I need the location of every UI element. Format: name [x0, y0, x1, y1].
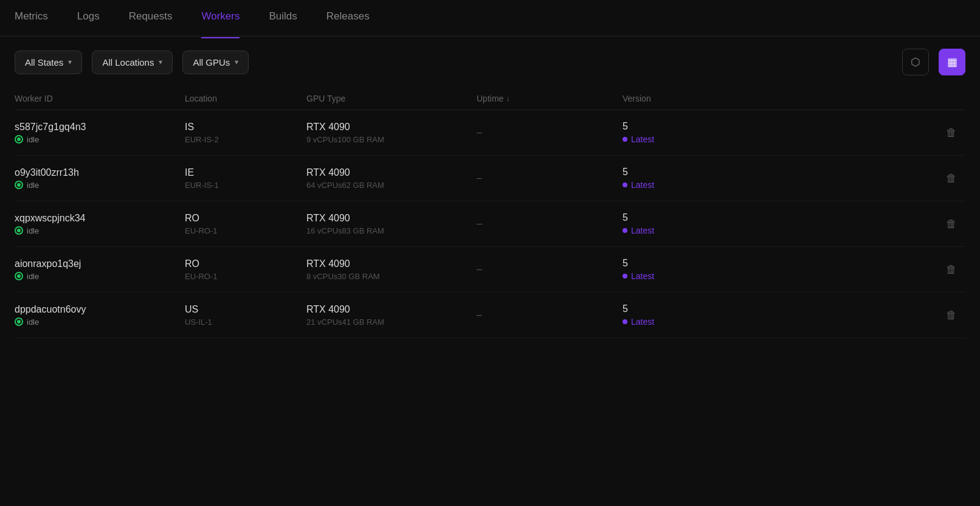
gpu-cell-0: RTX 4090 9 vCPUs100 GB RAM: [306, 122, 477, 144]
sort-arrow-uptime: ↓: [506, 94, 509, 103]
chevron-down-icon: ▾: [68, 58, 72, 66]
view-btn-hex-view[interactable]: ⬡: [902, 49, 929, 75]
version-badge-0: Latest: [623, 134, 744, 144]
uptime-cell-1: –: [477, 173, 623, 184]
col-header-actions: [744, 94, 965, 103]
worker-id-4: dppdacuotn6ovy: [15, 304, 185, 315]
delete-button-1[interactable]: 🗑: [942, 168, 961, 189]
status-dot-3: [15, 272, 23, 280]
nav-tab-logs[interactable]: Logs: [77, 0, 100, 38]
delete-button-0[interactable]: 🗑: [942, 123, 961, 143]
version-num-2: 5: [623, 212, 744, 223]
nav-tab-releases[interactable]: Releases: [326, 0, 370, 38]
col-header-worker-id: Worker ID: [15, 94, 185, 103]
location-cell-1: IE EUR-IS-1: [185, 167, 306, 190]
worker-status-1: idle: [15, 181, 185, 190]
worker-id-cell-3: aionraxpo1q3ej idle: [15, 258, 185, 281]
worker-id-cell-0: s587jc7g1gq4n3 idle: [15, 122, 185, 144]
worker-id-1: o9y3it00zrr13h: [15, 167, 185, 178]
chevron-down-icon: ▾: [159, 58, 162, 66]
col-header-uptime[interactable]: Uptime↓: [477, 94, 623, 103]
col-label-version: Version: [623, 94, 651, 103]
version-num-3: 5: [623, 258, 744, 269]
actions-cell-2: 🗑: [744, 214, 965, 234]
actions-cell-0: 🗑: [744, 123, 965, 143]
uptime-cell-3: –: [477, 264, 623, 275]
uptime-cell-4: –: [477, 310, 623, 321]
version-num-0: 5: [623, 121, 744, 132]
location-main-0: IS: [185, 122, 306, 133]
actions-cell-3: 🗑: [744, 260, 965, 280]
location-main-2: RO: [185, 213, 306, 224]
delete-button-2[interactable]: 🗑: [942, 214, 961, 234]
nav-tab-builds[interactable]: Builds: [269, 0, 297, 38]
location-sub-0: EUR-IS-2: [185, 135, 306, 144]
filter-states[interactable]: All States▾: [15, 50, 82, 74]
status-dot-4: [15, 317, 23, 326]
nav-tab-workers[interactable]: Workers: [201, 0, 240, 38]
trash-icon-2: 🗑: [946, 218, 957, 230]
location-cell-3: RO EU-RO-1: [185, 258, 306, 281]
status-dot-2: [15, 226, 23, 235]
status-label-3: idle: [27, 272, 39, 281]
nav-tab-metrics[interactable]: Metrics: [15, 0, 48, 38]
gpu-main-2: RTX 4090: [306, 213, 477, 224]
gpu-cell-4: RTX 4090 21 vCPUs41 GB RAM: [306, 304, 477, 327]
workers-table-container: Worker IDLocationGPU TypeUptime↓Version …: [0, 88, 980, 338]
worker-id-2: xqpxwscpjnck34: [15, 213, 185, 224]
filter-locations[interactable]: All Locations▾: [92, 50, 173, 74]
status-label-0: idle: [27, 135, 39, 144]
worker-id-3: aionraxpo1q3ej: [15, 258, 185, 269]
trash-icon-0: 🗑: [946, 126, 957, 139]
col-label-gpu-type: GPU Type: [306, 94, 345, 103]
worker-id-cell-1: o9y3it00zrr13h idle: [15, 167, 185, 190]
table-row: xqpxwscpjnck34 idle RO EU-RO-1 RTX 4090 …: [15, 201, 965, 247]
uptime-cell-2: –: [477, 218, 623, 229]
version-dot-4: [623, 319, 627, 324]
status-dot-0: [15, 135, 23, 144]
view-btn-table-view[interactable]: ▦: [939, 49, 965, 75]
gpu-cell-1: RTX 4090 64 vCPUs62 GB RAM: [306, 167, 477, 190]
location-sub-1: EUR-IS-1: [185, 181, 306, 190]
worker-status-0: idle: [15, 135, 185, 144]
worker-id-cell-4: dppdacuotn6ovy idle: [15, 304, 185, 327]
col-label-location: Location: [185, 94, 217, 103]
col-label-worker-id: Worker ID: [15, 94, 53, 103]
top-navigation: MetricsLogsRequestsWorkersBuildsReleases: [0, 0, 980, 36]
gpu-sub-1: 64 vCPUs62 GB RAM: [306, 181, 477, 190]
actions-cell-1: 🗑: [744, 168, 965, 189]
worker-status-2: idle: [15, 226, 185, 235]
version-num-4: 5: [623, 303, 744, 314]
gpu-sub-2: 16 vCPUs83 GB RAM: [306, 226, 477, 235]
uptime-cell-0: –: [477, 127, 623, 138]
version-badge-label-2: Latest: [631, 226, 654, 235]
version-dot-0: [623, 137, 627, 142]
hex-view-icon: ⬡: [911, 55, 920, 69]
worker-status-4: idle: [15, 317, 185, 327]
trash-icon-4: 🗑: [946, 309, 957, 321]
worker-id-0: s587jc7g1gq4n3: [15, 122, 185, 133]
delete-button-4[interactable]: 🗑: [942, 305, 961, 325]
version-badge-4: Latest: [623, 317, 744, 327]
trash-icon-3: 🗑: [946, 263, 957, 276]
version-cell-1: 5 Latest: [623, 167, 744, 190]
location-cell-4: US US-IL-1: [185, 304, 306, 327]
col-label-uptime: Uptime: [477, 94, 503, 103]
table-body: s587jc7g1gq4n3 idle IS EUR-IS-2 RTX 4090…: [15, 110, 965, 338]
table-row: aionraxpo1q3ej idle RO EU-RO-1 RTX 4090 …: [15, 247, 965, 293]
filter-gpus[interactable]: All GPUs▾: [182, 50, 249, 74]
version-cell-3: 5 Latest: [623, 258, 744, 281]
worker-status-3: idle: [15, 272, 185, 281]
nav-tab-requests[interactable]: Requests: [129, 0, 173, 38]
location-main-4: US: [185, 304, 306, 315]
location-cell-0: IS EUR-IS-2: [185, 122, 306, 144]
table-view-icon: ▦: [947, 55, 958, 69]
gpu-sub-0: 9 vCPUs100 GB RAM: [306, 135, 477, 144]
version-badge-1: Latest: [623, 180, 744, 190]
status-label-4: idle: [27, 317, 39, 327]
filter-states-label: All States: [25, 57, 63, 68]
version-cell-2: 5 Latest: [623, 212, 744, 235]
gpu-cell-2: RTX 4090 16 vCPUs83 GB RAM: [306, 213, 477, 235]
version-badge-label-0: Latest: [631, 134, 654, 144]
delete-button-3[interactable]: 🗑: [942, 260, 961, 280]
